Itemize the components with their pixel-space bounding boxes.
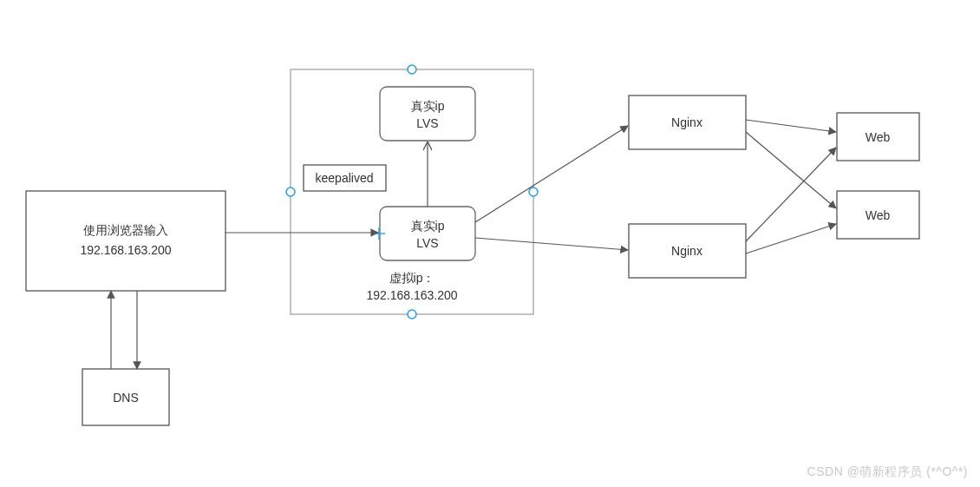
lvs-top-line1: 真实ip: [411, 99, 445, 113]
selection-handle-right[interactable]: [529, 188, 538, 196]
lvs-top-line2: LVS: [416, 116, 438, 130]
lvs-bottom-line1: 真实ip: [411, 219, 445, 233]
lvs-bottom-box: [380, 207, 475, 260]
selection-handle-bottom[interactable]: [408, 310, 416, 319]
lvs-bottom-line2: LVS: [416, 236, 438, 250]
browser-box: [26, 191, 225, 291]
arrow-lvs-nginx-top: [475, 126, 628, 222]
arrow-lvs-nginx-bottom: [475, 238, 628, 250]
browser-line1: 使用浏览器输入: [83, 223, 168, 237]
arrow-ngt-webt: [746, 120, 836, 132]
web-top-label: Web: [866, 130, 891, 144]
group-vip-line1: 虚拟ip：: [389, 271, 435, 285]
arrow-ngt-webb: [746, 132, 836, 208]
selection-handle-top[interactable]: [408, 65, 416, 74]
nginx-top-label: Nginx: [671, 115, 702, 129]
dns-label: DNS: [113, 391, 139, 405]
diagram-canvas: 使用浏览器输入 192.168.163.200 DNS 虚拟ip： 192.16…: [0, 0, 980, 487]
group-vip-line2: 192.168.163.200: [366, 288, 457, 302]
arrow-ngb-webb: [746, 224, 836, 253]
nginx-bottom-label: Nginx: [671, 244, 702, 258]
web-bottom-label: Web: [866, 208, 891, 222]
lvs-top-box: [380, 87, 475, 141]
keepalived-label: keepalived: [316, 171, 374, 185]
arrow-ngb-webt: [746, 148, 836, 241]
selection-handle-left[interactable]: [286, 188, 295, 196]
browser-line2: 192.168.163.200: [80, 243, 171, 257]
